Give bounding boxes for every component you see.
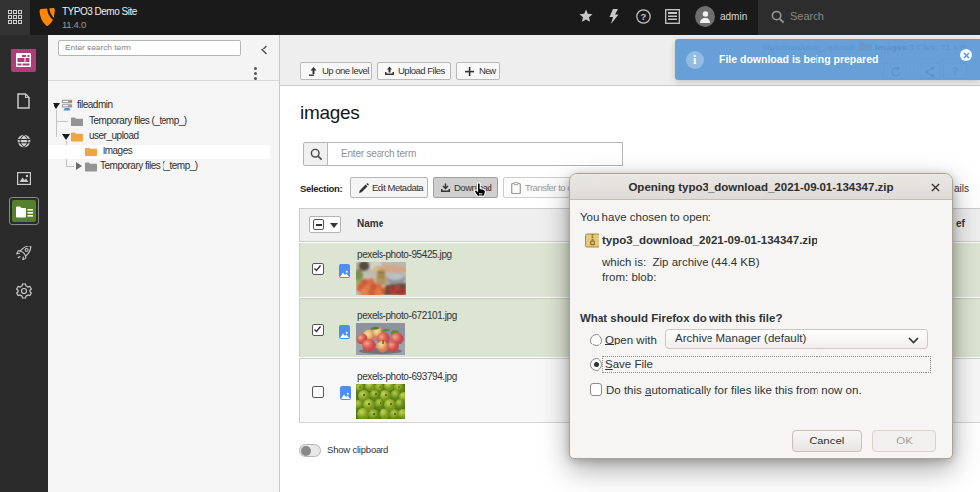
svg-text:?: ? (641, 11, 647, 22)
